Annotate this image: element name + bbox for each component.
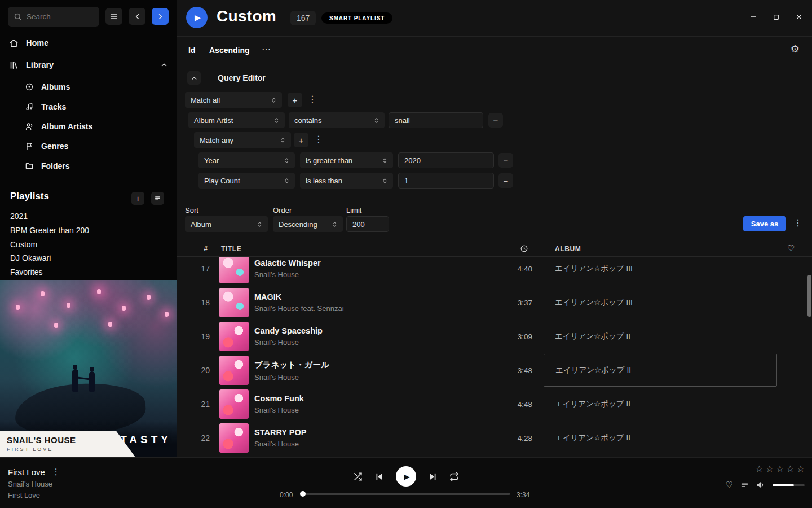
track-title: STARRY POP [254, 428, 306, 437]
rule-value-input[interactable] [398, 152, 494, 168]
sidebar-item-folders[interactable]: Folders [0, 156, 177, 176]
playlist-item[interactable]: DJ Okawari [10, 251, 51, 265]
star-icon[interactable]: ☆ [786, 463, 794, 474]
limit-input[interactable] [346, 216, 389, 232]
sidebar-item-home[interactable]: Home [0, 34, 177, 51]
table-row[interactable]: 18 MAGIK Snail's House feat. Sennzai 3:3… [177, 286, 812, 319]
play-pause-button[interactable]: ▶ [396, 466, 416, 487]
shuffle-button[interactable] [353, 472, 363, 481]
save-menu-button[interactable]: ⋮ [793, 217, 802, 228]
volume-button[interactable] [756, 480, 765, 489]
table-row[interactable]: 17 Galactic Whisper Snail's House 4:40 エ… [177, 257, 812, 286]
search-box[interactable] [8, 7, 99, 27]
now-playing-artwork[interactable]: TASTY SNAIL'S HOUSE FIRST LOVE [0, 280, 177, 457]
chevron-left-icon [133, 12, 142, 21]
queue-button[interactable] [740, 481, 749, 489]
sidebar-item-label: Genres [41, 142, 68, 151]
albums-icon [25, 82, 34, 91]
back-button[interactable] [129, 8, 145, 25]
order-select[interactable]: Descending [273, 216, 343, 232]
sort-select[interactable]: Album [185, 216, 268, 232]
track-artist: Snail's House [254, 338, 323, 347]
kebab-icon: ⋮ [308, 94, 317, 104]
star-icon[interactable]: ☆ [776, 463, 784, 474]
repeat-button[interactable] [449, 472, 459, 481]
track-artist: Snail's House [254, 270, 321, 279]
rule-operator-select[interactable]: is greater than [300, 152, 393, 168]
add-rule-button[interactable]: + [294, 133, 308, 147]
track-artist: Snail's House [254, 373, 329, 382]
sidebar-item-albums[interactable]: Albums [0, 77, 177, 97]
now-playing-artist: Snail's House [8, 480, 52, 488]
column-title[interactable]: TITLE [221, 245, 241, 253]
rule-field-select[interactable]: Play Count [198, 173, 295, 189]
save-as-button[interactable]: Save as [743, 216, 786, 231]
playlist-item[interactable]: Favorites [10, 265, 43, 279]
skip-forward-icon [428, 472, 438, 481]
add-playlist-button[interactable]: + [131, 192, 144, 205]
heart-icon[interactable]: ♡ [787, 243, 795, 253]
rule-value-input[interactable] [389, 112, 483, 128]
volume-slider[interactable] [773, 484, 805, 486]
playlist-list-button[interactable] [151, 192, 164, 205]
group-menu-button[interactable]: ⋮ [308, 94, 317, 104]
track-album-focused-cell[interactable]: エイリアン☆ポップ II [544, 354, 777, 387]
select-value: Match any [200, 136, 233, 144]
forward-button[interactable] [152, 8, 169, 25]
rule-operator-select[interactable]: is less than [300, 173, 393, 189]
collapse-query-editor-button[interactable] [187, 71, 201, 85]
star-icon[interactable]: ☆ [797, 463, 805, 474]
next-track-button[interactable] [428, 472, 438, 481]
remove-rule-button[interactable]: − [498, 173, 513, 188]
playlist-item[interactable]: BPM Greater than 200 [10, 224, 89, 237]
playlist-item[interactable]: Custom [10, 238, 37, 251]
seek-bar[interactable] [302, 493, 510, 495]
previous-track-button[interactable] [374, 472, 384, 481]
play-icon: ▶ [404, 472, 410, 481]
artwork-brand-text: TASTY [120, 433, 171, 446]
chevron-up-icon[interactable] [160, 61, 168, 69]
play-playlist-button[interactable]: ▶ [186, 7, 208, 28]
rule-value-input[interactable] [398, 173, 494, 189]
scrollbar-thumb[interactable] [807, 275, 811, 317]
star-icon[interactable]: ☆ [766, 463, 774, 474]
favorite-button[interactable]: ♡ [726, 480, 733, 490]
table-header: # TITLE ALBUM ♡ [177, 242, 812, 257]
seek-handle[interactable] [300, 491, 306, 497]
remove-rule-button[interactable]: − [498, 153, 513, 168]
add-rule-button[interactable]: + [288, 93, 302, 107]
album-art-thumbnail [219, 288, 249, 317]
match-mode-select[interactable]: Match all [185, 92, 282, 108]
close-button[interactable] [795, 13, 803, 21]
sidebar-item-genres[interactable]: Genres [0, 136, 177, 156]
now-playing-menu-button[interactable]: ⋮ [52, 467, 60, 477]
artist-icon [25, 122, 34, 131]
sort-field-button[interactable]: Id [188, 46, 195, 55]
minimize-button[interactable] [749, 13, 757, 21]
column-number[interactable]: # [198, 245, 213, 253]
rule-field-select[interactable]: Album Artist [188, 112, 285, 128]
sort-order-button[interactable]: Ascending [209, 46, 250, 55]
sidebar-item-library[interactable]: Library [0, 56, 177, 73]
table-row[interactable]: 20 プラネット・ガール Snail's House 3:48 エイリアン☆ポッ… [177, 353, 812, 387]
remove-rule-button[interactable]: − [488, 113, 503, 128]
group-menu-button[interactable]: ⋮ [314, 134, 323, 144]
star-icon[interactable]: ☆ [755, 463, 763, 474]
rule-operator-select[interactable]: contains [289, 112, 385, 128]
table-row[interactable]: 22 STARRY POP Snail's House 4:28 エイリアン☆ポ… [177, 421, 812, 455]
clock-icon[interactable] [520, 244, 528, 253]
rule-field-select[interactable]: Year [198, 152, 295, 168]
sidebar-item-album-artists[interactable]: Album Artists [0, 116, 177, 136]
maximize-button[interactable] [773, 14, 780, 21]
main-content: ▶ Custom 167 SMART PLAYLIST Id Ascending… [177, 0, 812, 457]
more-options-button[interactable]: ⋯ [262, 44, 271, 55]
sidebar-item-tracks[interactable]: Tracks [0, 97, 177, 116]
search-input[interactable] [27, 12, 94, 21]
column-album[interactable]: ALBUM [555, 245, 581, 253]
menu-button[interactable] [105, 8, 122, 25]
table-row[interactable]: 19 Candy Spaceship Snail's House 3:09 エイ… [177, 319, 812, 353]
table-row[interactable]: 21 Cosmo Funk Snail's House 4:48 エイリアン☆ポ… [177, 387, 812, 421]
settings-button[interactable]: ⚙ [791, 43, 800, 55]
playlist-item[interactable]: 2021 [10, 209, 28, 223]
match-mode-select[interactable]: Match any [194, 132, 291, 148]
